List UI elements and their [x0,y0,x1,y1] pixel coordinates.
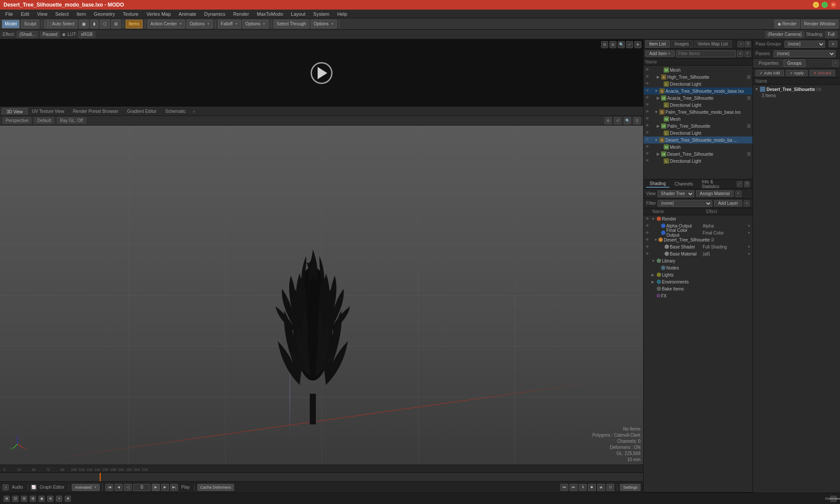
toolbar-icon-3[interactable]: ⬡ [100,20,110,28]
options2-button[interactable]: Options [242,20,269,28]
transport-icon-2[interactable]: ⏭ [570,484,578,491]
transport-icon-4[interactable]: ⏺ [588,484,596,491]
visibility-icon[interactable]: 👁 [645,252,651,256]
list-item[interactable]: 👁 L Directional Light [644,102,752,108]
settings-button[interactable]: Settings [620,484,640,491]
tab-schematic[interactable]: Schematic [161,108,190,115]
cache-deformers-button[interactable]: Cache Deformers [197,484,234,491]
menu-view[interactable]: View [34,10,51,18]
toggle-icon[interactable]: ▶ [656,96,660,100]
shader-item-bake[interactable]: Bake Items [644,285,752,292]
preview-icon-expand[interactable]: ⤢ [626,41,633,48]
toggle-icon[interactable]: ▼ [654,138,658,142]
filter-s-btn[interactable]: S [737,51,743,57]
shader-menu[interactable]: ☰ [744,181,750,187]
shader-item-environments[interactable]: ▶ Environments [644,278,752,285]
menu-render[interactable]: Render [230,10,252,18]
menu-animate[interactable]: Animate [175,10,200,18]
statusbar-icon-5[interactable]: ◉ [38,496,45,502]
item-list-expand[interactable]: ⤢ [738,41,744,47]
items-button[interactable]: Items [126,20,142,28]
toolbar-icon-1[interactable]: ▣ [79,20,89,28]
visibility-icon[interactable]: 👁 [645,116,651,122]
visibility-icon[interactable]: 👁 [645,238,650,242]
menu-texture[interactable]: Texture [119,10,142,18]
options1-button[interactable]: Options [186,20,213,28]
tab-renderpreset[interactable]: Render Preset Browser [69,108,123,115]
statusbar-cmd[interactable]: Command [830,496,836,502]
transport-icon-3[interactable]: ⏸ [579,484,587,491]
list-item[interactable]: 👁 L Directional Light [644,130,752,136]
apply-button[interactable]: ✓ Apply [786,70,808,76]
visibility-icon[interactable]: 👁 [645,217,651,221]
item-list-content[interactable]: 👁 M Mesh 👁 ▶ S High_Tree_Silhouette 2 [644,66,752,179]
current-frame-input[interactable] [133,484,150,491]
action-center-button[interactable]: Action Center [147,20,186,28]
list-item[interactable]: 👁 M Mesh [644,66,752,74]
menu-item[interactable]: Item [73,10,89,18]
toggle-icon[interactable]: ▶ [651,280,656,284]
preview-play-button[interactable] [311,62,332,84]
auto-add-button[interactable]: ✓ Auto Add [756,70,784,76]
menu-file[interactable]: File [2,10,17,18]
toolbar-icon-4[interactable]: ⊞ [111,20,121,28]
add-item-button[interactable]: Add Item ▼ [645,50,675,57]
add-tab-button[interactable]: + [190,108,198,115]
menu-edit[interactable]: Edit [18,10,33,18]
close-button[interactable]: ✕ [830,2,836,8]
preview-icon-move[interactable]: ✥ [634,41,641,48]
tab-info[interactable]: Info & Statistics [698,178,733,190]
play-reverse-button[interactable]: ◁ [124,484,132,491]
preview-icon-search[interactable]: 🔍 [618,41,625,48]
add-layer-s-btn[interactable]: S [744,200,750,206]
tab-vertex-map[interactable]: Vertex Map List [694,40,732,48]
assign-material-button[interactable]: Assign Material [696,190,734,197]
list-item[interactable]: 👁 M Mesh [644,116,752,122]
statusbar-icon-8[interactable]: ⊕ [65,496,71,502]
menu-dynamics[interactable]: Dynamics [201,10,229,18]
groups-expand[interactable]: ⤢ [832,60,838,66]
tab-shading[interactable]: Shading [646,180,669,188]
tab-groups[interactable]: Groups [784,60,806,67]
list-item[interactable]: 👁 ▼ S Acacia_Tree_Silhouette_modo_base.l… [644,88,752,94]
toggle-icon[interactable]: ▶ [656,152,660,156]
transport-icon-5[interactable]: ⏏ [597,484,605,491]
shader-item-lights[interactable]: ▶ Lights [644,271,752,278]
toggle-icon[interactable]: ▼ [654,110,658,114]
statusbar-icon-2[interactable]: ⊡ [12,496,18,502]
filter-f-btn[interactable]: F [745,51,751,57]
item-list-menu[interactable]: ☰ [745,41,751,47]
toggle-icon[interactable]: ▼ [651,217,656,221]
transport-icon-1[interactable]: ⏮ [560,484,568,491]
menu-vertexmap[interactable]: Vertex Map [143,10,175,18]
statusbar-icon-6[interactable]: ⊛ [47,496,53,502]
groups-tree[interactable]: ▼ Desert_Tree_Silhouette (3) 3 Items [753,85,840,493]
toolbar-icon-2[interactable]: ⧫ [90,20,98,28]
options3-button[interactable]: Options [311,20,337,28]
shader-item-fx[interactable]: FX [644,292,752,299]
statusbar-icon-7[interactable]: ⌖ [56,496,62,502]
visibility-icon[interactable]: 👁 [645,137,651,143]
shader-item-nodes[interactable]: Nodes [644,264,752,271]
visibility-icon[interactable]: 👁 [645,144,651,150]
tab-item-list[interactable]: Item List [645,40,670,48]
preview-icon-zoom[interactable]: ⊞ [609,41,616,48]
menu-system[interactable]: System [310,10,333,18]
menu-help[interactable]: Help [334,10,351,18]
toggle-icon[interactable]: ▼ [654,89,658,93]
add-layer-button[interactable]: Add Layer [714,200,742,206]
model-button[interactable]: Model [2,20,20,28]
select-through-button[interactable]: Select Through [273,20,309,28]
group-toggle[interactable]: ▼ [755,87,759,91]
status-value[interactable]: Paused [40,31,60,38]
toggle-icon[interactable]: ▶ [651,273,656,277]
perspective-button[interactable]: Perspective [3,117,32,124]
pass-groups-select[interactable]: (none) [784,41,825,48]
menu-select[interactable]: Select [52,10,72,18]
toggle-icon[interactable]: ▶ [656,124,660,128]
visibility-icon[interactable]: 👁 [645,88,651,94]
list-item[interactable]: 👁 ▶ M Palm_Tree_Silhouette 2 [644,122,752,130]
visibility-icon[interactable]: 👁 [645,224,651,228]
tab-channels[interactable]: Channels [671,181,696,187]
vp-icon-reset[interactable]: ↺ [614,117,621,124]
